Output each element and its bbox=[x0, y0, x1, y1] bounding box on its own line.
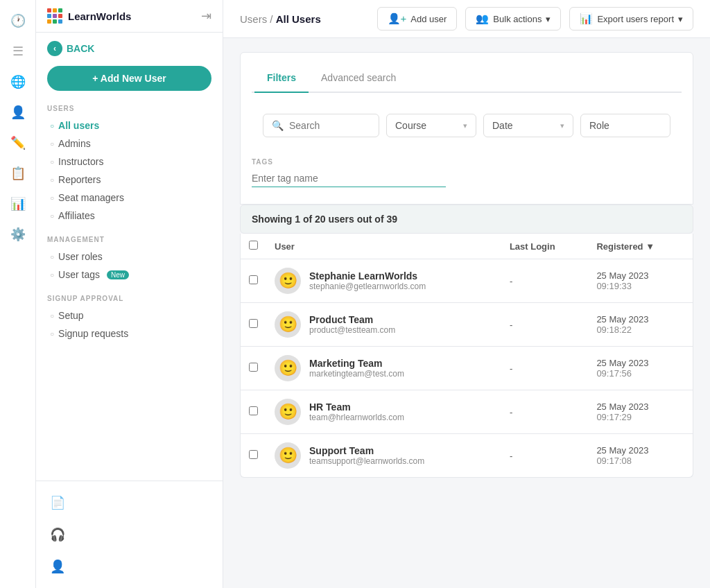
select-all-col bbox=[241, 234, 266, 259]
row-checkbox[interactable] bbox=[249, 450, 258, 459]
user-name[interactable]: Stephanie LearnWorlds bbox=[309, 270, 426, 282]
role-filter-label: Role bbox=[589, 120, 609, 131]
affiliates-label: Affiliates bbox=[58, 210, 95, 221]
tab-advanced-search[interactable]: Advanced search bbox=[309, 64, 408, 93]
table-row: 🙂 HR Team team@hrlearnworlds.com - 25 Ma… bbox=[241, 390, 693, 434]
row-checkbox-cell bbox=[241, 390, 266, 434]
sidebar-item-user-tags[interactable]: User tags New bbox=[47, 266, 211, 284]
row-checkbox[interactable] bbox=[249, 363, 258, 372]
table-row: 🙂 Product Team product@testteam.com - 25… bbox=[241, 303, 693, 347]
sidebar-strip: 🕐 ☰ 🌐 👤 ✏️ 📋 📊 ⚙️ bbox=[0, 0, 36, 588]
row-checkbox-cell bbox=[241, 434, 266, 478]
user-email: product@testteam.com bbox=[309, 325, 395, 335]
row-checkbox-cell bbox=[241, 347, 266, 390]
sidebar-item-user-roles[interactable]: User roles bbox=[47, 248, 211, 266]
search-box[interactable]: 🔍 bbox=[263, 114, 379, 137]
last-login-col-header: Last Login bbox=[501, 234, 588, 259]
user-name[interactable]: Product Team bbox=[309, 314, 395, 325]
user-email: stephanie@getlearnworlds.com bbox=[309, 282, 426, 291]
sidebar-item-instructors[interactable]: Instructors bbox=[47, 153, 211, 171]
user-name[interactable]: Marketing Team bbox=[309, 358, 404, 369]
main-area: Users / All Users 👤+ Add user 👥 Bulk act… bbox=[223, 0, 710, 588]
signup-requests-label: Signup requests bbox=[58, 328, 128, 339]
user-info: Support Team teamsupport@learnworlds.com bbox=[309, 445, 424, 466]
add-new-user-button[interactable]: + Add New User bbox=[47, 66, 211, 91]
table-header-row: User Last Login Registered ▼ bbox=[241, 234, 693, 259]
sidebar-item-signup-requests[interactable]: Signup requests bbox=[47, 325, 211, 343]
last-login-cell: - bbox=[501, 259, 588, 303]
user-email: marketingteam@test.com bbox=[309, 369, 404, 379]
select-all-checkbox[interactable] bbox=[249, 241, 258, 250]
course-filter[interactable]: Course ▾ bbox=[386, 114, 476, 137]
registered-col-header[interactable]: Registered ▼ bbox=[588, 234, 693, 259]
user-info: Stephanie LearnWorlds stephanie@getlearn… bbox=[309, 270, 426, 291]
sidebar-item-seat-managers[interactable]: Seat managers bbox=[47, 189, 211, 207]
date-filter[interactable]: Date ▾ bbox=[483, 114, 573, 137]
course-filter-label: Course bbox=[395, 120, 426, 131]
tag-input[interactable] bbox=[252, 170, 446, 187]
admins-label: Admins bbox=[58, 138, 91, 149]
breadcrumb: Users / All Users bbox=[240, 13, 321, 25]
add-user-btn-label: + Add New User bbox=[92, 73, 166, 84]
logout-icon[interactable]: ⇥ bbox=[201, 8, 211, 24]
user-name[interactable]: Support Team bbox=[309, 445, 424, 456]
role-filter[interactable]: Role bbox=[580, 114, 670, 137]
app-name: LearnWorlds bbox=[68, 10, 131, 22]
strip-menu-icon[interactable]: ☰ bbox=[4, 37, 32, 65]
user-cell: 🙂 Stephanie LearnWorlds stephanie@getlea… bbox=[266, 259, 501, 303]
reporters-label: Reporters bbox=[58, 174, 101, 185]
export-button[interactable]: 📊 Export users report ▾ bbox=[569, 7, 693, 31]
row-checkbox-cell bbox=[241, 303, 266, 347]
bulk-actions-button[interactable]: 👥 Bulk actions ▾ bbox=[465, 7, 561, 31]
topbar-actions: 👤+ Add user 👥 Bulk actions ▾ 📊 Export us… bbox=[377, 7, 693, 31]
sidebar: LearnWorlds ⇥ ‹ BACK + Add New User USER… bbox=[36, 0, 223, 588]
sidebar-item-reporters[interactable]: Reporters bbox=[47, 171, 211, 189]
date-filter-label: Date bbox=[492, 120, 513, 131]
sidebar-item-admins[interactable]: Admins bbox=[47, 135, 211, 153]
filter-tabs: Filters Advanced search bbox=[252, 64, 682, 93]
strip-gear-icon[interactable]: ⚙️ bbox=[4, 220, 32, 248]
logo-dot bbox=[53, 8, 57, 12]
filters-row: 🔍 Course ▾ Date ▾ Role bbox=[252, 105, 682, 146]
user-email: team@hrlearnworlds.com bbox=[309, 413, 404, 422]
strip-book-icon[interactable]: 📋 bbox=[4, 159, 32, 187]
back-button[interactable]: ‹ BACK bbox=[47, 41, 211, 56]
sidebar-bottom-profile-icon[interactable]: 👤 bbox=[36, 551, 223, 582]
sidebar-item-affiliates[interactable]: Affiliates bbox=[47, 207, 211, 225]
sidebar-item-setup[interactable]: Setup bbox=[47, 306, 211, 325]
table-row: 🙂 Stephanie LearnWorlds stephanie@getlea… bbox=[241, 259, 693, 303]
tab-filters[interactable]: Filters bbox=[254, 64, 309, 93]
avatar: 🙂 bbox=[275, 268, 301, 294]
sidebar-item-all-users[interactable]: All users bbox=[47, 116, 211, 135]
strip-clock-icon[interactable]: 🕐 bbox=[4, 7, 32, 35]
breadcrumb-separator: / bbox=[270, 13, 275, 25]
signup-approval-section-label: SIGNUP APPROVAL bbox=[47, 295, 211, 302]
export-chevron: ▾ bbox=[678, 14, 683, 24]
registered-cell: 25 May 202309:17:56 bbox=[588, 347, 693, 390]
row-checkbox[interactable] bbox=[249, 319, 258, 328]
strip-chart-icon[interactable]: 📊 bbox=[4, 190, 32, 218]
last-login-cell: - bbox=[501, 390, 588, 434]
strip-pencil-icon[interactable]: ✏️ bbox=[4, 129, 32, 157]
all-users-label: All users bbox=[58, 120, 99, 131]
user-cell: 🙂 HR Team team@hrlearnworlds.com bbox=[266, 390, 501, 434]
user-name[interactable]: HR Team bbox=[309, 401, 404, 413]
logo-dot bbox=[58, 19, 62, 24]
users-table: User Last Login Registered ▼ 🙂 bbox=[241, 234, 693, 477]
logo-dot bbox=[58, 14, 62, 18]
table-row: 🙂 Support Team teamsupport@learnworlds.c… bbox=[241, 434, 693, 478]
user-col-header: User bbox=[266, 234, 501, 259]
registered-cell: 25 May 202309:17:29 bbox=[588, 390, 693, 434]
registered-cell: 25 May 202309:19:33 bbox=[588, 259, 693, 303]
sidebar-bottom-headset-icon[interactable]: 🎧 bbox=[36, 519, 223, 551]
row-checkbox[interactable] bbox=[249, 275, 258, 284]
export-icon: 📊 bbox=[580, 12, 593, 25]
strip-user-icon[interactable]: 👤 bbox=[4, 98, 32, 126]
sidebar-bottom-pages-icon[interactable]: 📄 bbox=[36, 487, 223, 519]
content-area: Filters Advanced search 🔍 Course ▾ Date bbox=[223, 38, 710, 588]
add-user-topbar-button[interactable]: 👤+ Add user bbox=[377, 7, 458, 31]
users-table-wrapper: User Last Login Registered ▼ 🙂 bbox=[240, 234, 693, 478]
strip-globe-icon[interactable]: 🌐 bbox=[4, 68, 32, 96]
row-checkbox[interactable] bbox=[249, 406, 258, 415]
search-input[interactable] bbox=[289, 120, 370, 131]
